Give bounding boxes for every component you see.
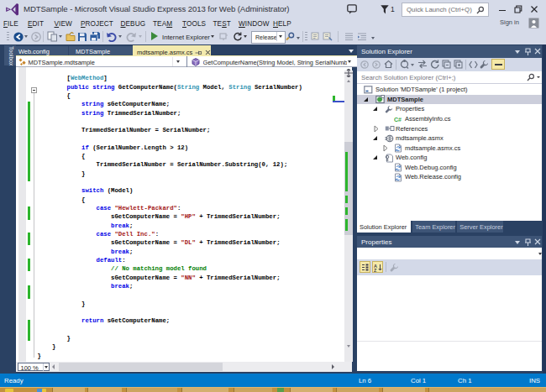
svg-text:C#: C# [394,116,402,122]
